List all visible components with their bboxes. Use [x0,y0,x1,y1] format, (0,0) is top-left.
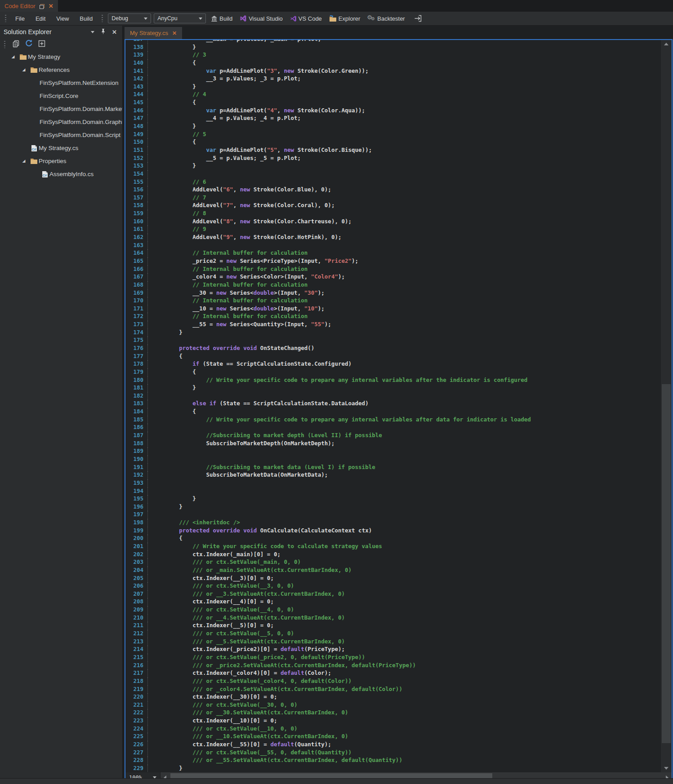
code-line[interactable]: 144 // 4 [125,91,661,99]
code-line[interactable]: 186 [125,424,661,432]
tree-item[interactable]: C#My Strategy.cs [0,142,122,155]
code-line[interactable]: 181 } [125,384,661,392]
code-line[interactable]: 180 // Write your specific code to prepa… [125,376,661,385]
code-line[interactable]: 161 // 9 [125,226,661,234]
code-line[interactable]: 139 // 3 [125,51,661,59]
code-line[interactable]: 207 /// or __3.SetValueAt(ctx.CurrentBar… [125,590,661,598]
code-line[interactable]: 163 [125,242,661,250]
code-line[interactable]: 157 // 7 [125,194,661,202]
refresh-icon[interactable] [25,39,33,49]
visual-studio-button[interactable]: Visual Studio [237,13,285,23]
code-line[interactable]: 208 ctx.Indexer(__4)[0] = 0; [125,598,661,606]
code-line[interactable]: 202 ctx.Indexer(_main)[0] = 0; [125,551,661,559]
panel-grip[interactable] [4,41,5,48]
code-line[interactable]: 176 protected override void OnStateChang… [125,345,661,353]
code-line[interactable]: 200 { [125,535,661,543]
code-line[interactable]: 192 SubscribeToMarketData(OnMarketData); [125,471,661,479]
code-viewport[interactable]: 137 __main = p.Values; _main = p.Plot;13… [125,40,672,772]
code-line[interactable]: 216 /// or _price2.SetValueAt(ctx.Curren… [125,662,661,670]
toolbar-grip-2[interactable] [102,15,103,22]
code-line[interactable]: 203 /// or ctx.SetValue(_main, 0, 0) [125,558,661,567]
expand-arrow-icon[interactable]: ◢ [22,159,26,163]
tree-item[interactable]: ◢My Strategy [0,50,122,63]
code-line[interactable]: 204 /// or _main.SetValueAt(ctx.CurrentB… [125,567,661,575]
tree-item[interactable]: FinSysPlatform.Domain.Script [0,128,122,142]
code-line[interactable]: 189 [125,447,661,456]
code-line[interactable]: 185 // Write your specific code to prepa… [125,416,661,424]
code-line[interactable]: 188 SubscribeToMarketDepth(OnMarketDepth… [125,440,661,448]
code-line[interactable]: 196 } [125,503,661,511]
code-line[interactable]: 147 __4 = p.Values; _4 = p.Plot; [125,115,661,123]
code-line[interactable]: 184 { [125,408,661,416]
code-line[interactable]: 152 __5 = p.Values; _5 = p.Plot; [125,155,661,163]
code-line[interactable]: 146 var p=AddLinePlot("4", new Stroke(Co… [125,107,661,115]
code-line[interactable]: 223 ctx.Indexer(__10)[0] = 0; [125,717,661,725]
toolbar-grip[interactable] [5,15,6,22]
code-line[interactable]: 201 // Write your specific code to calcu… [125,543,661,551]
platform-dropdown[interactable]: AnyCpu [154,13,206,23]
code-line[interactable]: 217 ctx.Indexer(_color4)[0] = default(Co… [125,669,661,678]
code-line[interactable]: 183 else if (State == ScriptCalculationS… [125,400,661,408]
tree-item[interactable]: FinSysPlatform.Domain.Market [0,102,122,115]
code-line[interactable]: 166 // Internal buffer for calculation [125,266,661,274]
code-line[interactable]: 222 /// or __30.SetValueAt(ctx.CurrentBa… [125,709,661,717]
code-line[interactable]: 165 _price2 = new Series<PriceType>(Inpu… [125,257,661,266]
expand-arrow-icon[interactable]: ◢ [12,54,15,59]
code-line[interactable]: 178 if (State == ScriptCalculationState.… [125,360,661,368]
window-tab[interactable]: Code Editor ✕ [0,0,58,12]
menu-file[interactable]: File [11,13,29,24]
code-line[interactable]: 206 /// or ctx.SetValue(__3, 0, 0) [125,582,661,590]
add-icon[interactable] [38,40,46,49]
code-line[interactable]: 220 ctx.Indexer(__30)[0] = 0; [125,693,661,701]
code-line[interactable]: 162 AddLevel("9", new Stroke(Color.HotPi… [125,234,661,242]
code-line[interactable]: 225 /// or __10.SetValueAt(ctx.CurrentBa… [125,733,661,741]
code-line[interactable]: 148 } [125,123,661,131]
code-line[interactable]: 195 } [125,495,661,503]
tree-item[interactable]: ◢References [0,63,122,76]
code-line[interactable]: 211 ctx.Indexer(__5)[0] = 0; [125,622,661,630]
code-line[interactable]: 215 /// or ctx.SetValue(_price2, 0, defa… [125,654,661,662]
code-line[interactable]: 228 /// or __55.SetValueAt(ctx.CurrentBa… [125,757,661,765]
code-line[interactable]: 150 { [125,138,661,146]
code-line[interactable]: 164 // Internal buffer for calculation [125,249,661,257]
scroll-up-icon[interactable] [661,40,672,48]
code-line[interactable]: 198 /// <inheritdoc /> [125,519,661,527]
backtester-button[interactable]: ⚙⚙ Backtester [365,13,407,23]
close-tab-icon[interactable]: ✕ [172,30,177,36]
code-line[interactable]: 174 } [125,329,661,337]
code-line[interactable]: 194 [125,487,661,496]
code-line[interactable]: 169 __30 = new Series<double>(Input, "30… [125,289,661,297]
build-button[interactable]: Build [209,14,235,23]
tree-item[interactable]: FinScript.Core [0,89,122,102]
restore-window-icon[interactable] [39,3,45,9]
code-line[interactable]: 179 { [125,368,661,376]
code-line[interactable]: 149 // 5 [125,131,661,139]
code-line[interactable]: 197 [125,511,661,519]
code-line[interactable]: 167 _color4 = new Series<Color>(Input, "… [125,273,661,281]
code-line[interactable]: 209 /// or ctx.SetValue(__4, 0, 0) [125,606,661,614]
code-line[interactable]: 193 [125,479,661,487]
code-line[interactable]: 171 __10 = new Series<double>(Input, "10… [125,305,661,313]
code-line[interactable]: 143 } [125,83,661,91]
configuration-dropdown[interactable]: Debug [108,13,151,23]
code-line[interactable]: 214 ctx.Indexer(_price2)[0] = default(Pr… [125,646,661,654]
code-line[interactable]: 191 //Subscribing to market data (Level … [125,464,661,472]
pin-icon[interactable] [101,28,106,36]
code-line[interactable]: 156 AddLevel("6", new Stroke(Color.Blue)… [125,186,661,194]
close-window-icon[interactable]: ✕ [49,3,53,9]
scroll-down-icon[interactable] [661,764,672,772]
code-line[interactable]: 229 } [125,765,661,772]
panel-menu-icon[interactable] [91,31,94,33]
code-line[interactable]: 159 // 8 [125,210,661,218]
code-line[interactable]: 199 protected override void OnCalculate(… [125,527,661,535]
vertical-scrollbar[interactable] [661,40,672,772]
detach-editor-button[interactable] [412,13,424,23]
code-line[interactable]: 224 /// or ctx.SetValue(__10, 0, 0) [125,725,661,733]
code-line[interactable]: 175 [125,337,661,345]
code-line[interactable]: 219 /// or _color4.SetValueAt(ctx.Curren… [125,686,661,694]
code-line[interactable]: 213 /// or __5.SetValueAt(ctx.CurrentBar… [125,638,661,646]
copy-icon[interactable] [12,40,20,49]
code-line[interactable]: 154 [125,170,661,178]
code-line[interactable]: 140 { [125,59,661,67]
code-line[interactable]: 182 [125,392,661,400]
